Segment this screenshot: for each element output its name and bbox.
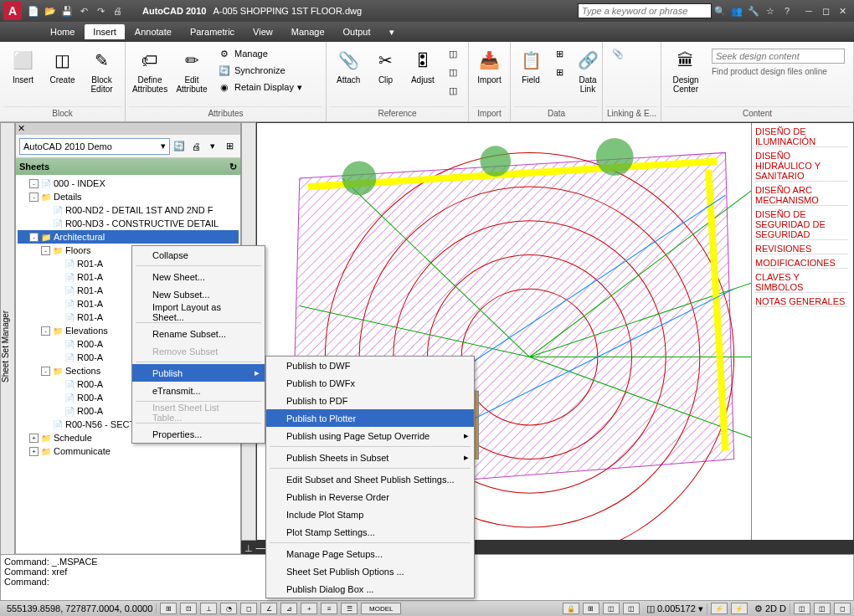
ctx-etransmit-[interactable]: eTransmit...: [132, 382, 265, 399]
minimize-button[interactable]: ─: [801, 4, 816, 18]
data-opt2[interactable]: ⊞: [549, 64, 569, 80]
tree-item[interactable]: 📄R00-ND2 - DETAIL 1ST AND 2ND F: [18, 203, 239, 217]
key-icon[interactable]: 🔧: [747, 4, 760, 18]
sb-grid[interactable]: ⊡: [180, 603, 197, 614]
qat-print-icon[interactable]: 🖨: [111, 4, 124, 18]
sb-ducs[interactable]: ⊿: [280, 603, 297, 614]
ssm-opt2-icon[interactable]: ⊞: [222, 139, 237, 154]
manage-attr-button[interactable]: ⚙Manage: [214, 45, 306, 62]
ctx-import-layout-as-sheet-[interactable]: Import Layout as Sheet...: [132, 303, 265, 321]
ctx-publish-using-page-setup-override[interactable]: Publish using Page Setup Override▸: [266, 427, 474, 444]
ctx-publish-dialog-box-[interactable]: Publish Dialog Box ...: [266, 580, 474, 598]
ssm-publish-icon[interactable]: 🖨: [188, 139, 203, 154]
sb-polar[interactable]: ◔: [220, 603, 237, 614]
ssm-combo[interactable]: AutoCAD 2010 Demo▾: [19, 138, 170, 155]
sb-qp[interactable]: ☰: [341, 603, 358, 614]
app-logo[interactable]: A: [3, 2, 22, 20]
maximize-button[interactable]: ◻: [818, 4, 833, 18]
menu-annotate[interactable]: Annotate: [126, 24, 180, 39]
ctx-edit-subset-and-sheet-publish-settings-[interactable]: Edit Subset and Sheet Publish Settings..…: [266, 470, 474, 488]
field-button[interactable]: 📋Field: [516, 45, 546, 86]
data-link-button[interactable]: 🔗Data Link: [573, 45, 603, 95]
sb-snap[interactable]: ⊞: [160, 603, 177, 614]
sb-lwt[interactable]: ≡: [321, 603, 337, 614]
ctx-rename-subset-[interactable]: Rename Subset...: [132, 325, 265, 342]
context-menu[interactable]: CollapseNew Sheet...New Subset...Import …: [131, 245, 265, 444]
retain-display-button[interactable]: ◉Retain Display ▾: [214, 79, 306, 95]
attach-button[interactable]: 📎Attach: [332, 45, 365, 86]
sb-ortho[interactable]: ⊥: [200, 603, 217, 614]
tree-item[interactable]: +📁Communicate: [18, 444, 239, 458]
ctx-new-subset-[interactable]: New Subset...: [132, 285, 265, 303]
ctx-collapse[interactable]: Collapse: [132, 246, 265, 264]
sb-grid2[interactable]: ⊞: [583, 603, 599, 614]
data-opt1[interactable]: ⊞: [549, 45, 569, 62]
sb-tray2[interactable]: ◫: [814, 603, 831, 614]
qat-redo-icon[interactable]: ↷: [94, 4, 107, 18]
ctx-properties-[interactable]: Properties...: [132, 425, 265, 443]
qat-new-icon[interactable]: 📄: [27, 4, 40, 18]
ssm-refresh2-icon[interactable]: ↻: [229, 162, 237, 172]
sb-dyn[interactable]: +: [301, 603, 317, 614]
publish-submenu[interactable]: Publish to DWFPublish to DWFxPublish to …: [265, 356, 475, 598]
sb-scale[interactable]: ◫ 0.005172 ▾: [643, 603, 707, 614]
seek-input[interactable]: [712, 49, 845, 64]
help-icon[interactable]: ?: [780, 4, 794, 18]
clip-button[interactable]: ✂Clip: [368, 45, 402, 86]
edit-attribute-button[interactable]: ✏Edit Attribute: [172, 45, 211, 95]
search-icon[interactable]: 🔍: [713, 4, 727, 18]
ctx-publish-sheets-in-subset[interactable]: Publish Sheets in Subset▸: [266, 449, 474, 466]
sb-model[interactable]: MODEL: [361, 603, 401, 614]
ssm-refresh-icon[interactable]: 🔄: [172, 139, 187, 154]
ctx-include-plot-stamp[interactable]: Include Plot Stamp: [266, 506, 474, 523]
ssm-title-tab[interactable]: Sheet Set Manager: [0, 122, 15, 571]
design-center-button[interactable]: 🏛Design Center: [666, 45, 705, 95]
qat-open-icon[interactable]: 📂: [44, 4, 57, 18]
sb-qv[interactable]: ◫: [603, 603, 620, 614]
sb-osnap[interactable]: ◻: [240, 603, 257, 614]
sb-tray1[interactable]: ◫: [794, 603, 810, 614]
ref-opt1[interactable]: ◫: [443, 45, 463, 62]
sync-attr-button[interactable]: 🔄Synchronize: [214, 62, 306, 79]
sb-view[interactable]: ⚙ 2D D: [751, 603, 790, 614]
menu-output[interactable]: Output: [335, 24, 379, 39]
define-attributes-button[interactable]: 🏷Define Attributes: [131, 45, 169, 95]
ctx-publish-to-plotter[interactable]: Publish to Plotter: [266, 409, 474, 427]
ctx-publish-to-pdf[interactable]: Publish to PDF: [266, 392, 474, 409]
sb-otrack[interactable]: ∠: [260, 603, 277, 614]
ctx-new-sheet-[interactable]: New Sheet...: [132, 268, 265, 285]
tree-item[interactable]: 📄R00-ND3 - CONSTRUCTIVE DETAIL: [18, 217, 239, 230]
menu-insert[interactable]: Insert: [85, 24, 125, 39]
sb-lock[interactable]: 🔒: [563, 603, 579, 614]
qat-undo-icon[interactable]: ↶: [77, 4, 90, 18]
import-button[interactable]: 📥Import: [474, 45, 505, 86]
menu-manage[interactable]: Manage: [283, 24, 333, 39]
ctx-publish[interactable]: Publish▸: [132, 364, 265, 382]
favorite-icon[interactable]: ☆: [764, 4, 777, 18]
insert-block-button[interactable]: ⬜Insert: [5, 45, 41, 86]
ctx-publish-in-reverse-order[interactable]: Publish in Reverse Order: [266, 488, 474, 506]
menu-view[interactable]: View: [244, 24, 281, 39]
infocenter-search[interactable]: [578, 3, 712, 18]
ref-opt2[interactable]: ◫: [443, 64, 463, 80]
tree-item[interactable]: -📁Architectural: [18, 230, 239, 244]
menu-parametric[interactable]: Parametric: [182, 24, 243, 39]
close-button[interactable]: ✕: [835, 4, 850, 18]
ctx-manage-page-setups-[interactable]: Manage Page Setups...: [266, 545, 474, 562]
tree-item[interactable]: -📄000 - INDEX: [18, 177, 239, 190]
ctx-plot-stamp-settings-[interactable]: Plot Stamp Settings...: [266, 523, 474, 541]
ref-opt3[interactable]: ◫: [443, 82, 463, 99]
adjust-button[interactable]: 🎛Adjust: [406, 45, 440, 86]
sb-ann[interactable]: ⚡: [711, 603, 728, 614]
tree-item[interactable]: -📁Details: [18, 190, 239, 203]
sb-qv2[interactable]: ◫: [623, 603, 640, 614]
ctx-publish-to-dwf[interactable]: Publish to DWF: [266, 357, 474, 374]
ctx-sheet-set-publish-options-[interactable]: Sheet Set Publish Options ...: [266, 562, 474, 580]
create-block-button[interactable]: ◫Create: [44, 45, 80, 86]
block-editor-button[interactable]: ✎Block Editor: [84, 45, 120, 95]
sb-clean[interactable]: ◻: [834, 603, 851, 614]
qat-save-icon[interactable]: 💾: [60, 4, 74, 18]
ctx-publish-to-dwfx[interactable]: Publish to DWFx: [266, 374, 474, 392]
ssm-close-icon[interactable]: ✕: [18, 123, 25, 135]
ssm-opt-icon[interactable]: ▾: [205, 139, 220, 154]
